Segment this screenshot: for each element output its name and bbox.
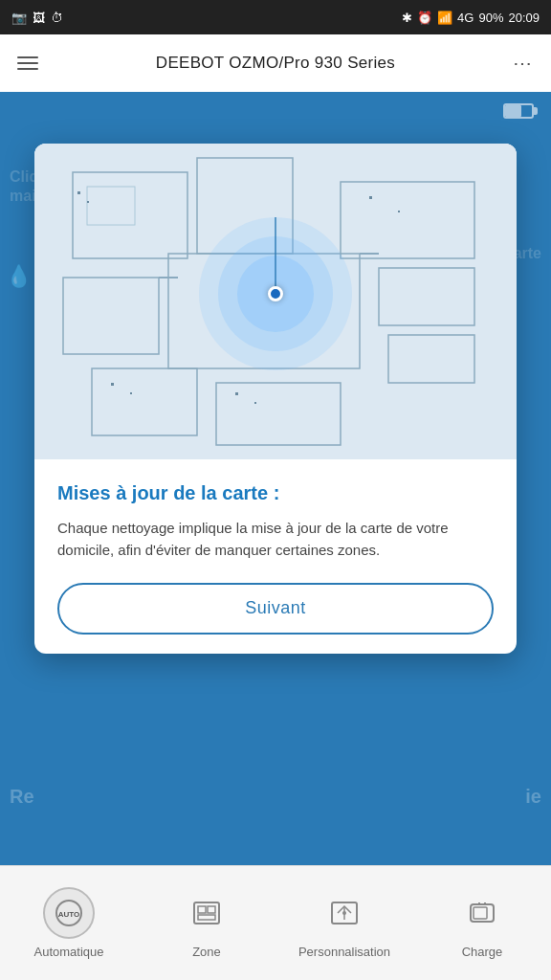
charge-icon xyxy=(456,887,508,939)
page-title: DEEBOT OZMO/Pro 930 Series xyxy=(156,54,395,73)
timer-icon: ⏱ xyxy=(51,11,63,25)
bluetooth-icon: ✱ xyxy=(402,11,412,25)
robot-sonar xyxy=(199,217,352,370)
bg-label-ie: ie xyxy=(525,786,541,808)
bottom-nav: AUTO Automatique Zone Personnalisati xyxy=(0,865,551,980)
svg-rect-24 xyxy=(198,906,206,913)
svg-point-29 xyxy=(342,911,346,915)
card-title: Mises à jour de la carte : xyxy=(57,480,494,505)
robot-heading-line xyxy=(275,217,276,294)
modal-card: Mises à jour de la carte : Chaque nettoy… xyxy=(34,144,517,654)
card-description: Chaque nettoyage implique la mise à jour… xyxy=(57,517,494,562)
status-bar: 📷 🖼 ⏱ ✱ ⏰ 📶 4G 90% 20:09 xyxy=(0,0,551,34)
map-preview-area xyxy=(34,144,517,459)
alarm-icon: ⏰ xyxy=(417,11,432,25)
more-options-button[interactable]: ⋯ xyxy=(513,52,534,75)
time-display: 20:09 xyxy=(508,11,540,25)
bg-label-arte: arte xyxy=(514,245,541,262)
svg-rect-13 xyxy=(77,191,80,194)
battery-icon xyxy=(503,103,534,119)
svg-text:AUTO: AUTO xyxy=(58,910,80,919)
svg-rect-25 xyxy=(208,906,215,913)
wifi-icon: 📶 xyxy=(437,11,452,25)
battery-fill xyxy=(505,105,521,117)
charge-icon-svg xyxy=(466,897,498,929)
camera-icon: 📷 xyxy=(11,11,27,25)
nav-item-zone[interactable]: Zone xyxy=(138,887,276,959)
battery-indicator-bar xyxy=(0,92,551,130)
custom-label: Personnalisation xyxy=(298,945,390,959)
nav-item-auto[interactable]: AUTO Automatique xyxy=(0,887,138,959)
bg-droplet-icon: 💧 xyxy=(6,264,32,289)
zone-icon xyxy=(181,887,232,939)
auto-icon-svg: AUTO xyxy=(55,899,83,927)
charge-label: Charge xyxy=(462,945,503,959)
nav-item-charge[interactable]: Charge xyxy=(413,887,551,959)
auto-icon: AUTO xyxy=(43,887,95,939)
svg-rect-20 xyxy=(130,392,132,394)
svg-rect-16 xyxy=(398,211,400,212)
card-content: Mises à jour de la carte : Chaque nettoy… xyxy=(34,459,517,654)
battery-percent: 90% xyxy=(478,11,503,25)
status-bar-right: ✱ ⏰ 📶 4G 90% 20:09 xyxy=(402,11,540,25)
robot-position-dot xyxy=(268,286,283,301)
bg-label-main: mai xyxy=(10,188,36,205)
svg-rect-14 xyxy=(87,201,89,203)
status-bar-left: 📷 🖼 ⏱ xyxy=(11,11,63,25)
hamburger-menu-button[interactable] xyxy=(17,56,38,70)
next-button[interactable]: Suivant xyxy=(57,583,494,635)
svg-rect-19 xyxy=(111,383,114,386)
image-icon: 🖼 xyxy=(33,11,45,25)
custom-icon-svg xyxy=(328,897,361,929)
zone-label: Zone xyxy=(192,945,221,959)
svg-rect-31 xyxy=(474,907,487,919)
network-type: 4G xyxy=(457,11,474,25)
svg-rect-26 xyxy=(198,915,215,920)
zone-icon-svg xyxy=(190,897,223,929)
custom-icon xyxy=(319,887,370,939)
svg-rect-18 xyxy=(254,402,256,404)
svg-rect-15 xyxy=(369,196,372,199)
nav-item-custom[interactable]: Personnalisation xyxy=(276,887,413,959)
bg-label-re: Re xyxy=(10,786,34,808)
nav-bar: DEEBOT OZMO/Pro 930 Series ⋯ xyxy=(0,34,551,92)
svg-rect-17 xyxy=(235,392,238,395)
auto-label: Automatique xyxy=(34,945,104,959)
